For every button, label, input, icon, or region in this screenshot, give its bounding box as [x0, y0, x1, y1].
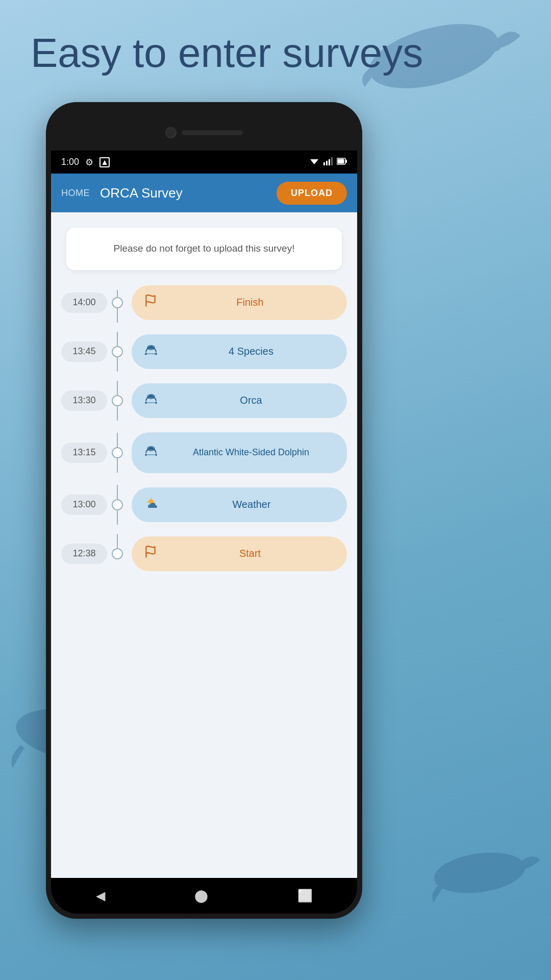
timeline-item: 13:45 [61, 334, 347, 369]
timeline-item: 13:30 [61, 383, 347, 418]
timeline-time: 14:00 [61, 292, 107, 313]
timeline-time: 13:45 [61, 341, 107, 362]
timeline-line-top [117, 433, 118, 447]
reminder-text: Please do not forget to upload this surv… [114, 243, 295, 254]
timeline-item: 14:00 Finish [61, 285, 347, 320]
timeline-line-bottom [117, 458, 118, 473]
timeline-label: Finish [165, 297, 335, 308]
status-bar: 1:00 ⚙ ▲ [51, 151, 357, 174]
nav-bar: ◀ ⬤ ⬜ [51, 878, 357, 914]
reminder-card: Please do not forget to upload this surv… [66, 228, 342, 270]
svg-rect-5 [323, 162, 325, 165]
battery-icon [337, 158, 347, 167]
timeline-line-top [117, 534, 118, 548]
timeline-label: 4 Species [167, 346, 335, 357]
svg-marker-4 [310, 159, 318, 164]
timeline-item: 13:00 [61, 487, 347, 522]
notification-icon: ▲ [99, 157, 110, 167]
phone-camera [165, 127, 177, 138]
svg-point-3 [432, 847, 528, 898]
upload-button[interactable]: UPLOAD [277, 182, 347, 205]
svg-rect-7 [329, 159, 330, 165]
wifi-icon [309, 157, 319, 167]
timeline-line-bottom [117, 308, 118, 323]
svg-rect-8 [331, 157, 333, 165]
whale-icon [144, 444, 159, 461]
weather-icon [144, 496, 160, 513]
whale-icon [144, 391, 159, 409]
phone-frame: 1:00 ⚙ ▲ [46, 102, 362, 919]
timeline-line-bottom [117, 510, 118, 525]
timeline-line-bottom [117, 406, 118, 421]
settings-icon: ⚙ [85, 157, 93, 168]
whale-icon [144, 342, 159, 360]
timeline-card-weather[interactable]: Weather [132, 487, 347, 522]
timeline-time: 12:38 [61, 544, 107, 564]
svg-point-15 [147, 394, 155, 399]
timeline-line-top [117, 332, 118, 346]
timeline: 14:00 Finish [51, 280, 357, 601]
timeline-dot [112, 297, 123, 308]
svg-rect-11 [346, 160, 347, 163]
svg-point-17 [147, 446, 155, 451]
svg-point-13 [147, 345, 155, 350]
timeline-dot [112, 395, 123, 406]
status-time: 1:00 [61, 157, 79, 167]
phone-speaker [182, 130, 243, 135]
timeline-time: 13:00 [61, 495, 107, 515]
timeline-dot [112, 447, 123, 458]
phone-top-area [51, 117, 357, 148]
back-button[interactable]: ◀ [96, 889, 105, 903]
timeline-card-species[interactable]: 4 Species [132, 334, 347, 369]
timeline-dot [112, 499, 123, 510]
page-tagline: Easy to enter surveys [31, 31, 520, 76]
timeline-label: Atlantic White-Sided Dolphin [167, 447, 335, 458]
signal-icon [323, 157, 333, 167]
timeline-card-start[interactable]: Start [132, 536, 347, 571]
timeline-label: Orca [167, 395, 335, 406]
timeline-item: 12:38 Start [61, 536, 347, 571]
screen-content: Please do not forget to upload this surv… [51, 212, 357, 878]
timeline-card-orca[interactable]: Orca [132, 383, 347, 418]
timeline-line-top [117, 290, 118, 297]
timeline-time: 13:30 [61, 390, 107, 411]
svg-rect-6 [326, 161, 328, 165]
home-nav-link[interactable]: HOME [61, 188, 90, 199]
app-bar: HOME ORCA Survey UPLOAD [51, 174, 357, 212]
flag-icon [144, 545, 157, 562]
timeline-time: 13:15 [61, 443, 107, 463]
timeline-label: Start [165, 548, 335, 559]
app-title: ORCA Survey [100, 185, 266, 201]
timeline-dot [112, 346, 123, 357]
timeline-line-bottom [117, 357, 118, 372]
flag-icon [144, 294, 157, 311]
recent-button[interactable]: ⬜ [297, 889, 313, 903]
svg-rect-10 [338, 159, 344, 163]
timeline-line-top [117, 485, 118, 499]
timeline-item: 13:15 [61, 432, 347, 473]
timeline-label: Weather [168, 499, 335, 510]
timeline-card-finish[interactable]: Finish [132, 285, 347, 320]
timeline-card-dolphin[interactable]: Atlantic White-Sided Dolphin [132, 432, 347, 473]
home-button[interactable]: ⬤ [194, 889, 208, 903]
timeline-line-top [117, 381, 118, 395]
timeline-dot [112, 548, 123, 559]
